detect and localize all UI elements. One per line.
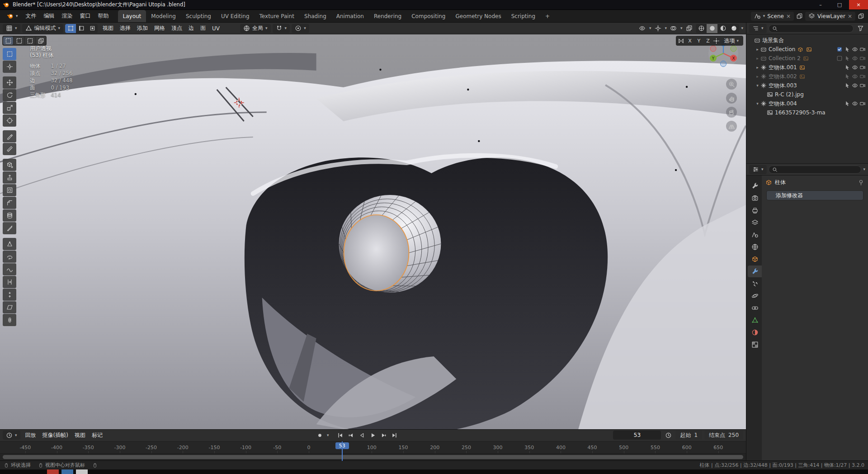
topbar-menu-4[interactable]: 帮助: [94, 11, 113, 21]
view-layer-selector[interactable]: ViewLayer ×: [805, 12, 855, 21]
outliner-row[interactable]: ▸Collection: [746, 45, 868, 54]
disclosure-icon[interactable]: ▸: [755, 47, 760, 52]
spin-tool-button[interactable]: [3, 251, 16, 263]
outliner-row[interactable]: ▸Collection 2: [746, 54, 868, 63]
cursor-tool-button[interactable]: [3, 61, 16, 73]
object-visibility-button[interactable]: [637, 24, 647, 33]
frame-end-field[interactable]: 结束点 250: [704, 431, 743, 440]
mode-selector[interactable]: 编辑模式 ▾: [22, 24, 64, 33]
new-scene-icon[interactable]: [796, 13, 803, 19]
maximize-button[interactable]: □: [830, 0, 849, 9]
camera-toggle-icon[interactable]: [859, 64, 866, 71]
close-button[interactable]: ×: [849, 0, 868, 9]
transform-orientation-dropdown[interactable]: 全局 ▾: [240, 24, 271, 33]
eye-toggle-icon[interactable]: [852, 64, 858, 71]
outliner-row[interactable]: R-C (2).jpg: [746, 90, 868, 99]
topbar-menu-3[interactable]: 窗口: [76, 11, 94, 21]
scrollbar-handle[interactable]: [3, 455, 743, 459]
timeline-menu-1[interactable]: 抠像(插帧): [39, 430, 71, 441]
editor-type-button[interactable]: ▾: [3, 24, 20, 33]
face-select-button[interactable]: [87, 24, 98, 33]
eye-toggle-icon[interactable]: [852, 100, 858, 107]
transform-tool-button[interactable]: [3, 114, 16, 127]
pin-icon[interactable]: [858, 179, 864, 186]
scene-selector[interactable]: ▾ Scene ×: [751, 12, 794, 21]
taskbar-icon[interactable]: [61, 469, 73, 474]
checkbox-toggle-icon[interactable]: [836, 55, 843, 62]
select-extend-button[interactable]: [14, 37, 24, 45]
workspace-tab-geometry-nodes[interactable]: Geometry Nodes: [450, 10, 506, 22]
knife-tool-button[interactable]: [3, 222, 16, 234]
pointer-toggle-icon[interactable]: [844, 73, 850, 80]
edge-select-button[interactable]: [76, 24, 87, 33]
workspace-tab-uv-editing[interactable]: UV Editing: [216, 10, 255, 22]
workspace-tab-modeling[interactable]: Modeling: [146, 10, 181, 22]
auto-keying-button[interactable]: [315, 431, 325, 440]
outliner-row[interactable]: ▸空物体.002: [746, 72, 868, 81]
workspace-tab-rendering[interactable]: Rendering: [369, 10, 406, 22]
outliner-row[interactable]: ▾空物体.004: [746, 99, 868, 108]
outliner-filter-button[interactable]: [855, 24, 865, 33]
zoom-button[interactable]: [726, 79, 737, 90]
annotate-tool-button[interactable]: [3, 130, 16, 142]
mirror-y-toggle[interactable]: Y: [695, 37, 703, 45]
toggle-ortho-button[interactable]: [726, 121, 737, 132]
camera-toggle-icon[interactable]: [859, 46, 866, 52]
properties-search[interactable]: [769, 166, 862, 174]
rotate-tool-button[interactable]: [3, 89, 16, 101]
snap-dropdown[interactable]: ▾: [273, 24, 290, 33]
workspace-tab-texture-paint[interactable]: Texture Paint: [255, 10, 299, 22]
wireframe-shading-button[interactable]: [696, 24, 707, 33]
properties-tab-modifiers[interactable]: [748, 265, 762, 277]
properties-tab-physics[interactable]: [748, 290, 762, 302]
workspace-tab-shading[interactable]: Shading: [299, 10, 331, 22]
topbar-menu-1[interactable]: 编辑: [40, 11, 58, 21]
eye-toggle-icon[interactable]: [852, 82, 858, 89]
material-shading-button[interactable]: [717, 24, 728, 33]
preview-range-button[interactable]: [663, 431, 673, 440]
frame-start-field[interactable]: 起始 1: [675, 431, 702, 440]
eye-toggle-icon[interactable]: [852, 55, 858, 62]
timeline-editor-type-button[interactable]: ▾: [3, 431, 20, 440]
tool-options-dropdown[interactable]: 选项 ▾: [721, 37, 741, 45]
properties-tab-material[interactable]: [748, 327, 762, 338]
viewport-menu-0[interactable]: 视图: [99, 23, 117, 33]
viewport-menu-1[interactable]: 选择: [117, 23, 134, 33]
timeline-menu-0[interactable]: 回放: [22, 430, 39, 441]
eye-toggle-icon[interactable]: [852, 73, 858, 80]
pointer-toggle-icon[interactable]: [844, 55, 850, 62]
camera-toggle-icon[interactable]: [859, 73, 866, 80]
select-box-tool-button[interactable]: [3, 48, 16, 60]
camera-toggle-icon[interactable]: [859, 55, 866, 62]
disclosure-icon[interactable]: ▸: [755, 56, 760, 61]
rip-region-tool-button[interactable]: [3, 314, 16, 326]
camera-view-button[interactable]: [726, 107, 737, 118]
workspace-tab-compositing[interactable]: Compositing: [406, 10, 450, 22]
viewport-3d[interactable]: X Y Z 选项 ▾ 用户透视 (53) 柱体 物体1 / 27顶点32 / 2…: [0, 34, 746, 429]
workspace-tab-sculpting[interactable]: Sculpting: [181, 10, 216, 22]
outliner-row[interactable]: 1663572905-3-ma: [746, 108, 868, 117]
viewport-menu-5[interactable]: 边: [185, 23, 197, 33]
solid-shading-button[interactable]: [707, 24, 717, 33]
viewport-menu-7[interactable]: UV: [209, 24, 223, 33]
properties-tab-render[interactable]: [748, 192, 762, 204]
properties-tab-scene[interactable]: [748, 229, 762, 241]
properties-tab-object[interactable]: [748, 253, 762, 265]
jump-first-button[interactable]: [335, 431, 345, 440]
workspace-tab-scripting[interactable]: Scripting: [506, 10, 540, 22]
viewport-menu-6[interactable]: 面: [197, 23, 209, 33]
current-frame-badge[interactable]: 53: [335, 442, 349, 449]
prev-key-button[interactable]: [346, 431, 356, 440]
outliner-row[interactable]: 场景集合: [746, 36, 868, 45]
viewport-canvas[interactable]: [0, 34, 746, 429]
bevel-tool-button[interactable]: [3, 197, 16, 209]
scale-tool-button[interactable]: [3, 102, 16, 114]
inset-faces-tool-button[interactable]: [3, 184, 16, 196]
timeline-scrollbar[interactable]: [0, 454, 746, 460]
disclosure-icon[interactable]: ▾: [755, 101, 760, 106]
add-workspace-button[interactable]: +: [541, 13, 554, 19]
viewport-menu-3[interactable]: 网格: [151, 23, 168, 33]
pointer-toggle-icon[interactable]: [844, 100, 850, 107]
vertex-select-button[interactable]: [65, 24, 76, 33]
properties-tab-world[interactable]: [748, 241, 762, 253]
